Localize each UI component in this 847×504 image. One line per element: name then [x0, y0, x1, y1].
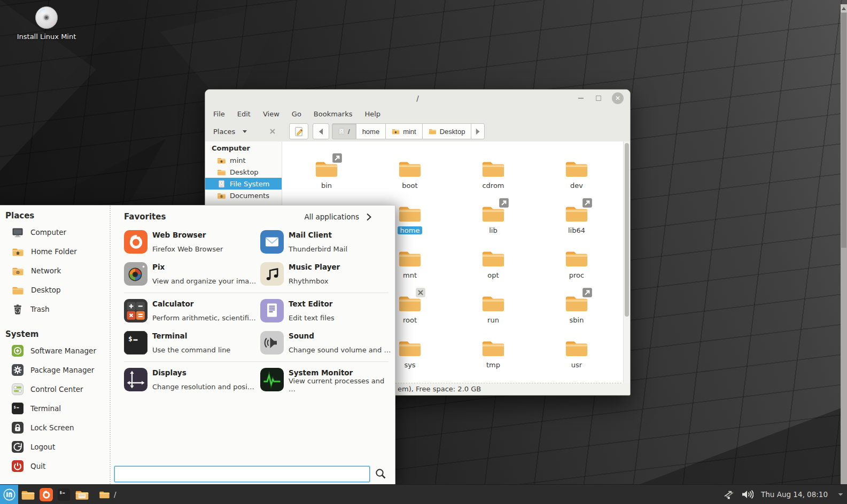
folder-launcher[interactable] — [21, 489, 35, 501]
menu-app-calculator[interactable]: CalculatorPerform arithmetic, scientifi… — [124, 298, 260, 325]
menu-app-system-monitor[interactable]: System MonitorView current processes and… — [260, 367, 393, 393]
menu-item-home-folder[interactable]: Home Folder — [0, 242, 110, 261]
clock[interactable]: Thu Aug 14, 08:10 — [761, 490, 828, 499]
file-cdrom[interactable]: cdrom — [452, 156, 535, 201]
terminal-launcher[interactable]: $ — [57, 488, 71, 501]
folder-files-icon — [75, 489, 89, 501]
scrollbar-thumb[interactable] — [841, 13, 846, 248]
file-run[interactable]: run — [452, 290, 535, 335]
menubar-item-help[interactable]: Help — [363, 109, 382, 119]
folder-icon — [564, 248, 589, 269]
menu-item-quit[interactable]: Quit — [0, 456, 110, 476]
menubar-item-bookmarks[interactable]: Bookmarks — [313, 109, 354, 119]
menubar-item-edit[interactable]: Edit — [236, 109, 252, 119]
scroll-up-button[interactable] — [841, 4, 847, 12]
desktop-icon-install-linux-mint[interactable]: Install Linux Mint — [14, 3, 79, 41]
sidebar-item-desktop[interactable]: Desktop — [205, 166, 282, 178]
menu-item-logout[interactable]: Logout — [0, 437, 110, 456]
sysmonitor-icon — [260, 368, 284, 391]
menu-app-sound[interactable]: SoundChange sound volume and … — [260, 330, 393, 357]
panel-caret-icon[interactable] — [837, 492, 844, 497]
window-list-item-root[interactable]: / — [96, 489, 120, 500]
sidebar-item-label: Documents — [230, 192, 269, 200]
minimize-button[interactable] — [577, 94, 585, 103]
file-dev[interactable]: dev — [535, 156, 618, 201]
file-usr[interactable]: usr — [535, 335, 618, 380]
menu-item-terminal[interactable]: $Terminal — [0, 399, 110, 418]
volume-icon[interactable] — [741, 490, 753, 499]
back-button[interactable] — [313, 123, 329, 139]
menu-app-text-editor[interactable]: Text EditorEdit text files — [260, 298, 393, 325]
menu-item-label: Terminal — [30, 404, 61, 413]
edit-path-button[interactable] — [289, 123, 308, 139]
svg-text:$: $ — [14, 405, 16, 410]
menubar-item-go[interactable]: Go — [291, 109, 302, 119]
up-arrow-icon — [842, 7, 846, 10]
menu-app-displays[interactable]: DisplaysChange resolution and posi… — [124, 367, 260, 393]
menu-item-desktop[interactable]: Desktop — [0, 280, 110, 300]
sidebar-item-file-system[interactable]: File System — [205, 178, 282, 190]
menu-button[interactable] — [0, 485, 18, 504]
breadcrumb-mint[interactable]: mint — [385, 123, 423, 139]
file-tmp[interactable]: tmp — [452, 335, 535, 380]
breadcrumb-home[interactable]: home — [356, 123, 386, 139]
menubar: FileEditViewGoBookmarksHelp — [205, 106, 630, 121]
menu-app-music-player[interactable]: Music PlayerRhythmbox — [260, 261, 393, 288]
file-opt[interactable]: opt — [452, 246, 535, 290]
firefox-launcher[interactable] — [40, 488, 53, 501]
breadcrumb-forward-button[interactable] — [471, 123, 485, 139]
emblem-symlink-icon — [582, 198, 593, 208]
file-lib64[interactable]: lib64 — [535, 201, 618, 246]
search-input[interactable] — [114, 466, 370, 482]
menu-item-label: Computer — [30, 228, 66, 237]
file-boot[interactable]: boot — [368, 156, 452, 201]
search-icon[interactable] — [375, 468, 387, 480]
breadcrumb-root[interactable]: / — [332, 123, 356, 139]
close-button[interactable]: ✕ — [612, 92, 624, 104]
folder-icon — [564, 337, 589, 359]
calculator-icon — [124, 299, 147, 322]
menubar-item-view[interactable]: View — [262, 109, 281, 119]
content-scrollbar[interactable] — [623, 141, 630, 383]
network-offline-icon[interactable] — [722, 490, 736, 500]
menu-item-label: Software Manager — [30, 346, 96, 355]
texteditor-icon — [260, 299, 284, 322]
breadcrumb-desktop[interactable]: Desktop — [422, 123, 472, 139]
chevron-down-icon[interactable] — [243, 130, 247, 133]
file-label: root — [403, 316, 417, 324]
file-lib[interactable]: lib — [452, 201, 535, 246]
file-sbin[interactable]: sbin — [535, 290, 618, 335]
menu-item-trash[interactable]: Trash — [0, 300, 110, 319]
menu-app-web-browser[interactable]: Web BrowserFirefox Web Browser — [124, 229, 260, 256]
sidebar-item-mint[interactable]: mint — [205, 154, 282, 166]
menu-app-terminal[interactable]: $TerminalUse the command line — [124, 330, 260, 357]
menu-item-lock-screen[interactable]: Lock Screen — [0, 418, 110, 437]
menu-item-package-manager[interactable]: Package Manager — [0, 360, 110, 380]
menu-app-mail-client[interactable]: Mail ClientThunderbird Mail — [260, 229, 393, 256]
menu-item-label: Network — [31, 266, 61, 275]
titlebar[interactable]: / ✕ — [205, 90, 630, 106]
close-sidebar-icon[interactable] — [269, 128, 276, 135]
linux-mint-logo-icon — [3, 488, 16, 501]
menubar-item-file[interactable]: File — [212, 109, 226, 119]
menu-item-label: Desktop — [31, 286, 61, 294]
menu-item-control-center[interactable]: Control Center — [0, 380, 110, 399]
file-label: lib — [489, 226, 497, 234]
file-bin[interactable]: bin — [285, 156, 368, 201]
all-applications-link[interactable]: All applications — [304, 212, 385, 221]
screen-edge-scrollbar[interactable] — [841, 4, 847, 484]
menu-item-network[interactable]: Network — [0, 261, 110, 280]
menu-item-computer[interactable]: Computer — [0, 223, 110, 242]
file-proc[interactable]: proc — [535, 246, 618, 290]
sidebar-item-documents[interactable]: Documents — [205, 190, 282, 201]
menu-item-software-manager[interactable]: Software Manager — [0, 341, 110, 360]
folder-icon — [99, 490, 110, 499]
sidebar-item-label: Desktop — [230, 168, 259, 176]
folder-icon — [564, 158, 589, 179]
menu-app-pix[interactable]: PixView and organize your ima… — [124, 261, 260, 288]
app-subtitle: Edit text files — [289, 314, 335, 322]
files-launcher[interactable] — [75, 489, 89, 501]
maximize-button[interactable] — [594, 94, 603, 103]
content-scrollbar-thumb[interactable] — [625, 143, 629, 317]
places-header: Places — [5, 211, 110, 220]
